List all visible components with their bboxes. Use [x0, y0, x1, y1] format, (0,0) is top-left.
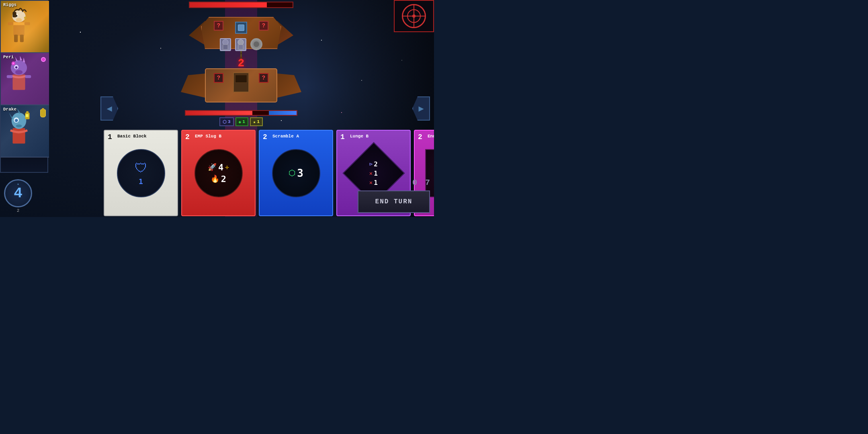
shield-art-icon: 🛡 [135, 161, 147, 176]
portrait-drake[interactable]: Drake [1, 105, 49, 158]
svg-rect-37 [223, 45, 228, 49]
svg-marker-16 [23, 57, 25, 63]
action-points-value: 4 [14, 185, 23, 202]
svg-point-31 [16, 120, 16, 121]
svg-point-38 [238, 39, 244, 45]
svg-marker-15 [20, 56, 23, 60]
peri-gem [41, 57, 46, 62]
svg-rect-23 [25, 75, 31, 78]
svg-point-11 [24, 16, 26, 19]
svg-point-32 [16, 125, 22, 127]
svg-point-41 [254, 41, 259, 47]
ship-console [233, 72, 249, 92]
console-screen [235, 75, 247, 83]
enemy-area: ? ? 2 [181, 0, 301, 70]
riggs-sprite [1, 1, 37, 45]
peri-sprite [1, 53, 37, 97]
player-health-container [185, 110, 297, 116]
middle-units [220, 38, 262, 51]
emp-effect-1: 🚀 4 ✛ [208, 162, 229, 172]
player-question-2: ? [259, 73, 268, 83]
player-ship-body: ? ? [205, 68, 277, 102]
heal-value: 3 [297, 167, 303, 179]
svg-point-18 [15, 66, 18, 69]
armor-value: 3 [228, 119, 231, 124]
discard-count: 0 [412, 178, 417, 187]
lunge-value-2: 1 [374, 169, 378, 177]
svg-rect-8 [25, 22, 30, 25]
panel-empty [1, 158, 47, 172]
end-turn-button[interactable]: END TURN [358, 190, 430, 213]
svg-point-30 [15, 119, 18, 122]
player-shield-fill [269, 111, 297, 115]
svg-rect-10 [20, 35, 24, 42]
cockpit-window [238, 25, 244, 31]
shield-icon-badge: ◈ [239, 119, 242, 125]
svg-marker-28 [17, 108, 20, 113]
target-circle [402, 4, 426, 28]
svg-point-3 [16, 18, 22, 22]
sword-icon-1: ⊳ [369, 160, 373, 167]
svg-rect-0 [13, 21, 25, 36]
svg-point-21 [12, 63, 14, 64]
svg-rect-6 [12, 12, 16, 18]
ship-cockpit [235, 22, 247, 34]
enemy-health-bar [189, 2, 293, 8]
svg-rect-22 [7, 75, 13, 78]
unit-icon-2 [235, 38, 246, 51]
draw-count: 7 [425, 178, 430, 187]
svg-rect-39 [238, 45, 243, 49]
portrait-peri[interactable]: Peri [1, 53, 49, 105]
svg-rect-24 [12, 128, 25, 144]
card-art-circle-emp: 🚀 4 ✛ 🔥 2 [194, 149, 243, 197]
svg-rect-9 [14, 35, 18, 42]
heal-icon: ⬡ [289, 168, 295, 178]
svg-rect-1 [12, 22, 25, 25]
deck-counter: 0 7 [412, 178, 430, 187]
bullet-value: 4 [218, 162, 223, 172]
game-container: Riggs [0, 0, 434, 217]
shield-art-value: 1 [139, 177, 143, 186]
enemy-question-2: ? [259, 21, 268, 31]
player-question-1: ? [214, 73, 223, 83]
player-health-fill [186, 111, 252, 115]
action-points-sub: 2 [17, 208, 20, 213]
drake-sprite [1, 105, 37, 149]
fire-icon: 🔥 [211, 174, 219, 183]
character-panel: Riggs [0, 0, 48, 173]
action-points-circle: 4 [4, 179, 32, 207]
card-emp-slug-b[interactable]: 2 EMP Slug B 🚀 4 ✛ 🔥 2 [181, 130, 256, 216]
nav-arrow-right[interactable]: ▶ [412, 96, 430, 121]
nav-arrow-left[interactable]: ◀ [100, 96, 118, 121]
target-indicator [394, 0, 434, 32]
armor-icon: ⬡ [223, 119, 227, 125]
svg-point-19 [15, 70, 23, 74]
lunge-effect-1: ⊳ 2 [369, 160, 378, 168]
bottom-right-ui: 0 7 END TURN [358, 178, 430, 213]
battle-area: ? ? 2 [48, 0, 434, 217]
enemy-health-fill [190, 2, 267, 7]
peri-name: Peri [3, 55, 14, 59]
discard-pile: 0 [412, 178, 417, 187]
badge-shield: ◈ 1 [235, 117, 248, 126]
svg-rect-34 [26, 111, 29, 113]
lunge-value-1: 2 [374, 160, 378, 168]
svg-point-2 [12, 10, 26, 22]
svg-marker-14 [15, 57, 18, 61]
riggs-name: Riggs [3, 2, 16, 7]
svg-rect-7 [8, 22, 14, 25]
draw-pile: 7 [425, 178, 430, 187]
player-health-bar [185, 110, 297, 116]
drake-name: Drake [3, 107, 16, 112]
card-basic-block[interactable]: 1 Basic Block 🛡 1 [104, 130, 178, 216]
card-scramble-a[interactable]: 2 Scramble A ⬡ 3 [259, 130, 333, 216]
fire-value: 2 [221, 174, 226, 184]
badge-armor: ⬡ 3 [219, 117, 234, 126]
crosshair-icon: ✛ [225, 163, 229, 171]
scramble-effect: ⬡ 3 [289, 167, 303, 179]
card-art-basic-block: 🛡 1 [104, 131, 177, 215]
portrait-riggs[interactable]: Riggs [1, 1, 49, 53]
player-status-badges: ⬡ 3 ◈ 1 ★ 1 [219, 117, 263, 126]
bullet-icon: 🚀 [208, 163, 217, 172]
svg-point-5 [15, 15, 18, 17]
